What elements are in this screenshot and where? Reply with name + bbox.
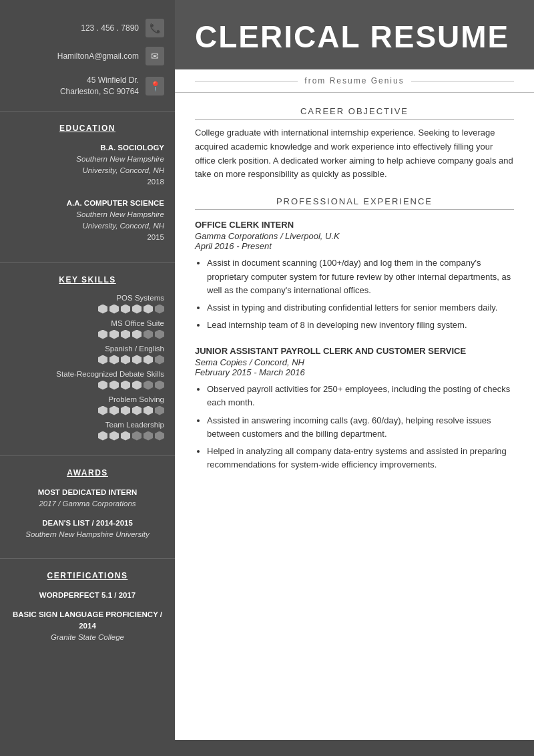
skill-label: Spanish / English: [105, 345, 164, 353]
skill-dot: [155, 406, 164, 415]
award-title: DEAN'S LIST / 2014-2015: [11, 518, 164, 529]
bullet-item: Assist in typing and distributing confid…: [207, 301, 514, 315]
skill-dot: [121, 330, 130, 339]
email-text: HamiltonA@gmail.com: [57, 51, 139, 62]
phone-contact: 123 . 456 . 7890 📞: [11, 19, 164, 37]
bullet-item: Assisted in answering incoming calls (av…: [207, 414, 514, 441]
skill-dot: [144, 305, 153, 314]
awards-title: AWARDS: [11, 468, 164, 478]
skill-dot: [109, 431, 119, 441]
address-text: 45 Winfield Dr. Charleston, SC 90764: [60, 75, 139, 98]
skill-dot: [121, 406, 130, 415]
source-line: from Resume Genius: [175, 69, 534, 93]
skill-dot: [155, 355, 164, 365]
experience-list: OFFICE CLERK INTERNGamma Corporations / …: [195, 219, 514, 471]
skill-dot: [132, 305, 142, 314]
skill-dot: [109, 406, 119, 415]
award-sub: 2017 / Gamma Corporations: [11, 498, 164, 510]
skill-dot: [144, 381, 153, 390]
career-objective-title: CAREER OBJECTIVE: [195, 106, 514, 120]
skill-item: MS Office Suite: [11, 319, 164, 339]
award-item: MOST DEDICATED INTERN2017 / Gamma Corpor…: [11, 487, 164, 510]
certs-list: WORDPERFECT 5.1 / 2017BASIC SIGN LANGUAG…: [11, 590, 164, 644]
skill-label: Problem Solving: [108, 395, 164, 403]
skill-dot: [121, 355, 130, 365]
skill-item: POS Systems: [11, 294, 164, 314]
skill-item: Team Leadership: [11, 421, 164, 441]
awards-section: AWARDS MOST DEDICATED INTERN2017 / Gamma…: [0, 456, 175, 559]
main-content: CLERICAL RESUME from Resume Genius CAREE…: [175, 0, 534, 756]
skills-title: KEY SKILLS: [11, 275, 164, 285]
awards-list: MOST DEDICATED INTERN2017 / Gamma Corpor…: [11, 487, 164, 541]
skill-dot: [144, 431, 153, 441]
skill-dot: [109, 381, 119, 390]
job-company: Gamma Corporations / Liverpool, U.K: [195, 231, 514, 241]
skill-dots: [98, 305, 164, 314]
education-title: EDUCATION: [11, 124, 164, 133]
skill-dot: [98, 355, 107, 365]
skill-dot: [155, 381, 164, 390]
sidebar: 123 . 456 . 7890 📞 HamiltonA@gmail.com ✉…: [0, 0, 175, 756]
skill-dot: [144, 406, 153, 415]
skill-dots: [98, 431, 164, 441]
edu-school-1: Southern New HampshireUniversity, Concor…: [11, 209, 164, 232]
phone-text: 123 . 456 . 7890: [81, 23, 139, 34]
experience-title: PROFESSIONAL EXPERIENCE: [195, 196, 514, 210]
edu-item-0: B.A. SOCIOLOGY Southern New HampshireUni…: [11, 142, 164, 188]
edu-degree-1: A.A. COMPUTER SCIENCE: [11, 198, 164, 209]
resume-wrapper: 123 . 456 . 7890 📞 HamiltonA@gmail.com ✉…: [0, 0, 534, 756]
skill-dot: [144, 330, 153, 339]
bullet-item: Observed payroll activities for 250+ emp…: [207, 383, 514, 409]
skills-list: POS SystemsMS Office SuiteSpanish / Engl…: [11, 294, 164, 441]
job-bullets: Assist in document scanning (100+/day) a…: [195, 256, 514, 332]
skill-dot: [98, 381, 107, 390]
education-section: EDUCATION B.A. SOCIOLOGY Southern New Ha…: [0, 112, 175, 263]
email-contact: HamiltonA@gmail.com ✉: [11, 47, 164, 65]
location-icon: 📍: [146, 77, 164, 96]
contact-section: 123 . 456 . 7890 📞 HamiltonA@gmail.com ✉…: [0, 0, 175, 112]
skill-dot: [98, 431, 107, 441]
skill-dot: [132, 406, 142, 415]
skill-dot: [121, 305, 130, 314]
skill-dot: [155, 431, 164, 441]
cert-sub: Granite State College: [11, 632, 164, 643]
skill-dot: [98, 305, 107, 314]
skill-dots: [98, 406, 164, 415]
skill-dot: [98, 406, 107, 415]
skill-dot: [155, 305, 164, 314]
award-sub: Southern New Hampshire University: [11, 529, 164, 540]
skills-section: KEY SKILLS POS SystemsMS Office SuiteSpa…: [0, 263, 175, 456]
award-title: MOST DEDICATED INTERN: [11, 487, 164, 498]
skill-label: Team Leadership: [105, 421, 164, 429]
skill-dot: [132, 355, 142, 365]
job-bullets: Observed payroll activities for 250+ emp…: [195, 383, 514, 471]
skill-dots: [98, 381, 164, 390]
bullet-item: Helped in analyzing all company data-ent…: [207, 445, 514, 471]
cert-item: BASIC SIGN LANGUAGE PROFICIENCY / 2014Gr…: [11, 609, 164, 644]
skill-label: POS Systems: [116, 294, 164, 302]
bullet-item: Lead internship team of 8 in developing …: [207, 319, 514, 332]
skill-label: State-Recognized Debate Skills: [56, 370, 164, 378]
edu-item-1: A.A. COMPUTER SCIENCE Southern New Hamps…: [11, 198, 164, 244]
skill-dots: [98, 330, 164, 339]
cert-title: WORDPERFECT 5.1 / 2017: [11, 590, 164, 601]
certifications-title: CERTIFICATIONS: [11, 571, 164, 580]
source-line-left: [195, 81, 298, 81]
skill-dot: [155, 330, 164, 339]
skill-dot: [121, 381, 130, 390]
award-item: DEAN'S LIST / 2014-2015Southern New Hamp…: [11, 518, 164, 541]
job-item: JUNIOR ASSISTANT PAYROLL CLERK AND CUSTO…: [195, 345, 514, 471]
job-item: OFFICE CLERK INTERNGamma Corporations / …: [195, 219, 514, 332]
skill-dot: [109, 305, 119, 314]
skill-dot: [132, 431, 142, 441]
skill-item: Problem Solving: [11, 395, 164, 415]
main-body: CAREER OBJECTIVE College graduate with i…: [175, 93, 534, 740]
edu-year-0: 2018: [11, 176, 164, 188]
skill-item: State-Recognized Debate Skills: [11, 370, 164, 390]
job-dates: February 2015 - March 2016: [195, 367, 514, 377]
edu-degree-0: B.A. SOCIOLOGY: [11, 142, 164, 154]
edu-year-1: 2015: [11, 232, 164, 243]
bottom-bar: [175, 740, 534, 756]
job-title: JUNIOR ASSISTANT PAYROLL CLERK AND CUSTO…: [195, 345, 514, 357]
address-contact: 45 Winfield Dr. Charleston, SC 90764 📍: [11, 75, 164, 98]
